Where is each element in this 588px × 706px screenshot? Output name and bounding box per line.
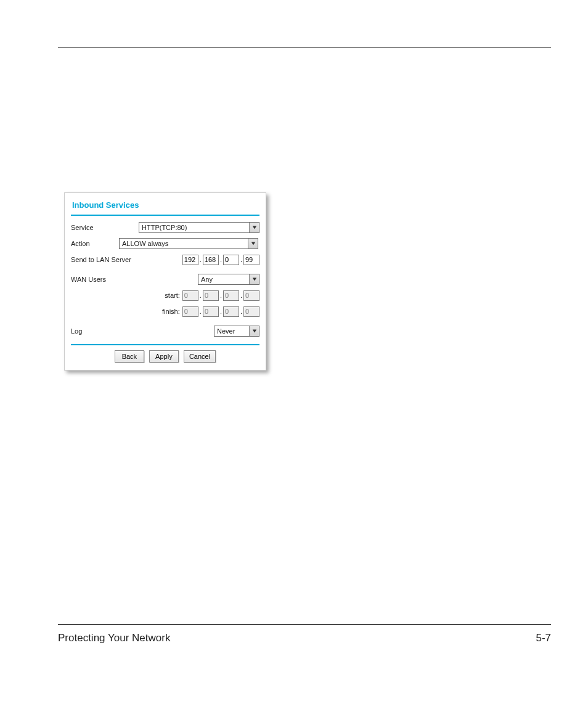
start-ip-octet-2 [203,290,219,301]
ip-dot: . [200,308,202,315]
service-label: Service [71,224,137,231]
ip-dot: . [220,308,222,315]
svg-marker-0 [252,226,256,229]
page-content: Inbound Services Service HTTP(TCP:80) Ac… [58,0,551,681]
ip-dot: . [200,292,202,299]
ip-dot: . [220,256,222,263]
start-label: start: [165,292,179,299]
log-select[interactable]: Never [214,326,259,337]
lan-ip-octet-1[interactable] [182,255,198,265]
ip-dot: . [220,292,222,299]
finish-ip-octet-4 [243,306,259,317]
footer-chapter: Protecting Your Network [58,632,170,644]
ip-dot: . [200,256,202,263]
dropdown-arrow-icon [249,274,259,284]
action-select[interactable]: ALLOW always [119,238,258,249]
dropdown-arrow-icon [249,223,259,232]
ip-dot: . [240,256,242,263]
wan-users-select[interactable]: Any [198,274,259,285]
dropdown-arrow-icon [248,239,258,248]
lan-ip-octet-4[interactable] [243,255,259,265]
back-button[interactable]: Back [115,350,144,363]
finish-ip-octet-3 [223,306,239,317]
start-ip-octet-4 [243,290,259,301]
dropdown-arrow-icon [249,326,259,336]
svg-marker-2 [252,278,256,281]
wan-users-select-value: Any [198,274,249,284]
service-select[interactable]: HTTP(TCP:80) [139,222,259,233]
footer-page-number: 5-7 [536,632,551,644]
send-to-lan-label: Send to LAN Server [71,256,145,263]
service-select-value: HTTP(TCP:80) [139,223,249,232]
finish-ip-octet-1 [182,306,198,317]
log-select-value: Never [214,326,249,336]
ip-dot: . [240,292,242,299]
finish-ip-octet-2 [203,306,219,317]
action-select-value: ALLOW always [120,239,248,248]
bottom-rule [58,624,551,625]
dialog-title: Inbound Services [71,199,259,215]
wan-users-label: WAN Users [71,276,137,283]
apply-button[interactable]: Apply [149,350,179,363]
log-label: Log [71,327,137,335]
cancel-button[interactable]: Cancel [184,350,216,363]
svg-marker-1 [251,242,255,245]
divider [71,344,259,345]
top-rule [58,47,551,47]
divider [71,215,259,216]
start-ip-octet-1 [182,290,198,301]
lan-ip-octet-3[interactable] [223,255,239,265]
finish-label: finish: [162,308,180,315]
ip-dot: . [240,308,242,315]
svg-marker-3 [252,330,256,333]
inbound-services-dialog: Inbound Services Service HTTP(TCP:80) Ac… [64,192,266,371]
start-ip-octet-3 [223,290,239,301]
lan-ip-octet-2[interactable] [203,255,219,265]
